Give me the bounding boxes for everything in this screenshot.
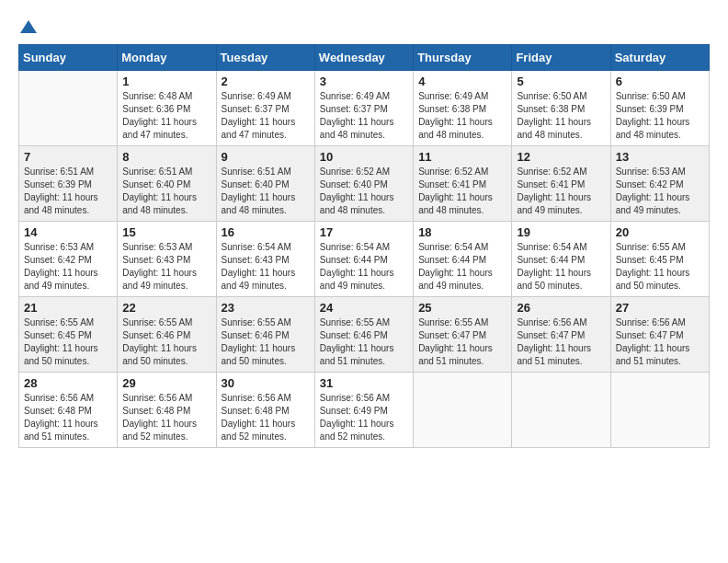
calendar-cell-day-17: 17Sunrise: 6:54 AMSunset: 6:44 PMDayligh… [314, 222, 413, 297]
day-number: 14 [24, 225, 112, 239]
day-info: Sunrise: 6:56 AMSunset: 6:48 PMDaylight:… [122, 392, 210, 443]
day-number: 3 [320, 75, 408, 88]
calendar-cell-day-2: 2Sunrise: 6:49 AMSunset: 6:37 PMDaylight… [216, 71, 314, 146]
calendar-cell-day-5: 5Sunrise: 6:50 AMSunset: 6:38 PMDaylight… [512, 71, 610, 146]
day-info: Sunrise: 6:51 AMSunset: 6:39 PMDaylight:… [24, 166, 112, 217]
calendar-cell-day-25: 25Sunrise: 6:55 AMSunset: 6:47 PMDayligh… [414, 297, 512, 373]
calendar-header-monday: Monday [118, 45, 216, 71]
calendar-cell-day-24: 24Sunrise: 6:55 AMSunset: 6:46 PMDayligh… [314, 297, 413, 373]
calendar-cell-day-11: 11Sunrise: 6:52 AMSunset: 6:41 PMDayligh… [414, 146, 512, 222]
logo [18, 18, 37, 35]
calendar-cell-day-23: 23Sunrise: 6:55 AMSunset: 6:46 PMDayligh… [216, 297, 314, 373]
day-number: 11 [418, 150, 506, 164]
day-number: 26 [517, 301, 605, 315]
day-info: Sunrise: 6:53 AMSunset: 6:42 PMDaylight:… [616, 166, 704, 217]
calendar-cell-day-16: 16Sunrise: 6:54 AMSunset: 6:43 PMDayligh… [216, 222, 314, 297]
calendar-header-wednesday: Wednesday [314, 45, 413, 71]
day-number: 5 [517, 75, 605, 88]
calendar-header-friday: Friday [512, 45, 610, 71]
day-info: Sunrise: 6:55 AMSunset: 6:45 PMDaylight:… [616, 241, 704, 293]
day-info: Sunrise: 6:53 AMSunset: 6:43 PMDaylight:… [122, 241, 210, 293]
calendar-cell-day-3: 3Sunrise: 6:49 AMSunset: 6:37 PMDaylight… [314, 71, 413, 146]
day-number: 25 [418, 301, 506, 315]
calendar-cell-day-15: 15Sunrise: 6:53 AMSunset: 6:43 PMDayligh… [118, 222, 216, 297]
calendar-cell-day-8: 8Sunrise: 6:51 AMSunset: 6:40 PMDaylight… [118, 146, 216, 222]
day-info: Sunrise: 6:52 AMSunset: 6:40 PMDaylight:… [320, 166, 408, 217]
day-number: 29 [122, 376, 210, 390]
day-info: Sunrise: 6:48 AMSunset: 6:36 PMDaylight:… [122, 90, 210, 142]
day-info: Sunrise: 6:55 AMSunset: 6:46 PMDaylight:… [122, 316, 210, 368]
day-number: 28 [24, 376, 112, 390]
calendar-cell-day-4: 4Sunrise: 6:49 AMSunset: 6:38 PMDaylight… [414, 71, 512, 146]
day-info: Sunrise: 6:56 AMSunset: 6:47 PMDaylight:… [517, 316, 605, 368]
day-info: Sunrise: 6:55 AMSunset: 6:47 PMDaylight:… [418, 316, 506, 368]
day-number: 7 [24, 150, 112, 164]
calendar-cell-day-29: 29Sunrise: 6:56 AMSunset: 6:48 PMDayligh… [118, 373, 216, 448]
day-number: 18 [418, 225, 506, 239]
calendar-cell-day-30: 30Sunrise: 6:56 AMSunset: 6:48 PMDayligh… [216, 373, 314, 448]
day-info: Sunrise: 6:53 AMSunset: 6:42 PMDaylight:… [24, 241, 112, 293]
day-number: 4 [418, 75, 506, 88]
day-number: 31 [320, 376, 408, 390]
calendar-header-tuesday: Tuesday [216, 45, 314, 71]
calendar-cell-empty [512, 373, 610, 448]
day-number: 23 [222, 301, 310, 315]
day-info: Sunrise: 6:56 AMSunset: 6:47 PMDaylight:… [616, 316, 704, 368]
calendar-header-row: SundayMondayTuesdayWednesdayThursdayFrid… [19, 45, 710, 71]
calendar-cell-day-27: 27Sunrise: 6:56 AMSunset: 6:47 PMDayligh… [610, 297, 709, 373]
calendar-cell-day-20: 20Sunrise: 6:55 AMSunset: 6:45 PMDayligh… [610, 222, 709, 297]
day-number: 8 [122, 150, 210, 164]
calendar-table: SundayMondayTuesdayWednesdayThursdayFrid… [18, 44, 710, 448]
day-info: Sunrise: 6:56 AMSunset: 6:49 PMDaylight:… [320, 392, 408, 443]
logo-icon [20, 18, 37, 35]
calendar-cell-day-28: 28Sunrise: 6:56 AMSunset: 6:48 PMDayligh… [19, 373, 118, 448]
day-number: 19 [517, 225, 605, 239]
day-info: Sunrise: 6:51 AMSunset: 6:40 PMDaylight:… [222, 166, 310, 217]
calendar-cell-day-10: 10Sunrise: 6:52 AMSunset: 6:40 PMDayligh… [314, 146, 413, 222]
calendar-cell-day-21: 21Sunrise: 6:55 AMSunset: 6:45 PMDayligh… [19, 297, 118, 373]
calendar-cell-day-6: 6Sunrise: 6:50 AMSunset: 6:39 PMDaylight… [610, 71, 709, 146]
day-info: Sunrise: 6:56 AMSunset: 6:48 PMDaylight:… [24, 392, 112, 443]
day-info: Sunrise: 6:49 AMSunset: 6:38 PMDaylight:… [418, 90, 506, 142]
calendar-week-row: 14Sunrise: 6:53 AMSunset: 6:42 PMDayligh… [19, 222, 710, 297]
calendar-header-sunday: Sunday [19, 45, 118, 71]
day-number: 6 [616, 75, 704, 88]
day-number: 27 [616, 301, 704, 315]
calendar-cell-day-14: 14Sunrise: 6:53 AMSunset: 6:42 PMDayligh… [19, 222, 118, 297]
calendar-cell-empty [19, 71, 118, 146]
calendar-week-row: 21Sunrise: 6:55 AMSunset: 6:45 PMDayligh… [19, 297, 710, 373]
calendar-header-thursday: Thursday [414, 45, 512, 71]
day-number: 22 [122, 301, 210, 315]
day-info: Sunrise: 6:55 AMSunset: 6:46 PMDaylight:… [320, 316, 408, 368]
calendar-week-row: 1Sunrise: 6:48 AMSunset: 6:36 PMDaylight… [19, 71, 710, 146]
day-info: Sunrise: 6:56 AMSunset: 6:48 PMDaylight:… [222, 392, 310, 443]
calendar-cell-day-7: 7Sunrise: 6:51 AMSunset: 6:39 PMDaylight… [19, 146, 118, 222]
calendar-cell-day-1: 1Sunrise: 6:48 AMSunset: 6:36 PMDaylight… [118, 71, 216, 146]
calendar-cell-day-19: 19Sunrise: 6:54 AMSunset: 6:44 PMDayligh… [512, 222, 610, 297]
day-number: 24 [320, 301, 408, 315]
svg-marker-0 [20, 20, 37, 33]
day-number: 16 [222, 225, 310, 239]
calendar-cell-day-31: 31Sunrise: 6:56 AMSunset: 6:49 PMDayligh… [314, 373, 413, 448]
day-number: 15 [122, 225, 210, 239]
day-info: Sunrise: 6:52 AMSunset: 6:41 PMDaylight:… [418, 166, 506, 217]
day-number: 13 [616, 150, 704, 164]
day-number: 20 [616, 225, 704, 239]
day-number: 30 [222, 376, 310, 390]
day-info: Sunrise: 6:50 AMSunset: 6:38 PMDaylight:… [517, 90, 605, 142]
day-number: 2 [222, 75, 310, 88]
day-info: Sunrise: 6:52 AMSunset: 6:41 PMDaylight:… [517, 166, 605, 217]
calendar-cell-empty [610, 373, 709, 448]
day-info: Sunrise: 6:49 AMSunset: 6:37 PMDaylight:… [222, 90, 310, 142]
calendar-cell-day-26: 26Sunrise: 6:56 AMSunset: 6:47 PMDayligh… [512, 297, 610, 373]
day-info: Sunrise: 6:54 AMSunset: 6:43 PMDaylight:… [222, 241, 310, 293]
calendar-cell-day-22: 22Sunrise: 6:55 AMSunset: 6:46 PMDayligh… [118, 297, 216, 373]
day-info: Sunrise: 6:54 AMSunset: 6:44 PMDaylight:… [517, 241, 605, 293]
calendar-header-saturday: Saturday [610, 45, 709, 71]
day-number: 21 [24, 301, 112, 315]
calendar-cell-empty [414, 373, 512, 448]
calendar-cell-day-12: 12Sunrise: 6:52 AMSunset: 6:41 PMDayligh… [512, 146, 610, 222]
day-info: Sunrise: 6:51 AMSunset: 6:40 PMDaylight:… [122, 166, 210, 217]
day-info: Sunrise: 6:54 AMSunset: 6:44 PMDaylight:… [418, 241, 506, 293]
calendar-week-row: 7Sunrise: 6:51 AMSunset: 6:39 PMDaylight… [19, 146, 710, 222]
